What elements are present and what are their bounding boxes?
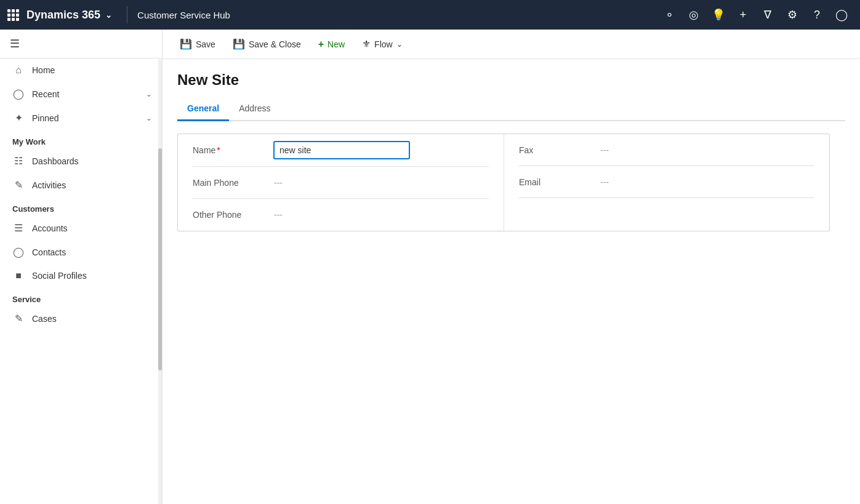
sidebar-item-dashboards[interactable]: ☷ Dashboards — [0, 149, 162, 173]
email-label: Email — [519, 177, 593, 187]
tab-general[interactable]: General — [177, 98, 229, 121]
sidebar-scrollbar[interactable] — [158, 59, 162, 504]
app-name: Dynamics 365 — [26, 9, 100, 22]
recent-chevron-icon: ⌄ — [146, 90, 152, 98]
new-button[interactable]: + New — [311, 35, 352, 54]
new-icon: + — [318, 39, 324, 50]
top-nav-bar: Dynamics 365 ⌄ Customer Service Hub ⚬ ◎ … — [0, 0, 860, 30]
name-label: Name* — [193, 145, 267, 155]
sidebar-scrollbar-thumb[interactable] — [158, 148, 162, 371]
main-content: 💾 Save 💾 Save & Close + New ⚜ Flow ⌄ New… — [163, 30, 860, 504]
sidebar-item-social-profiles[interactable]: ■ Social Profiles — [0, 264, 162, 287]
sidebar-item-recent[interactable]: ◯ Recent ⌄ — [0, 82, 162, 106]
contacts-icon: ◯ — [12, 246, 25, 258]
sidebar-item-pinned[interactable]: ✦ Pinned ⌄ — [0, 106, 162, 130]
flow-label: Flow — [374, 39, 393, 49]
sidebar-item-activities[interactable]: ✎ Activities — [0, 173, 162, 197]
new-label: New — [328, 39, 345, 49]
form-row-other-phone: Other Phone --- — [193, 199, 489, 231]
form-row-email: Email --- — [519, 166, 814, 198]
form-row-main-phone: Main Phone --- — [193, 167, 489, 199]
pinned-icon: ✦ — [12, 112, 25, 124]
home-icon: ⌂ — [12, 65, 25, 76]
sidebar-item-pinned-label: Pinned — [32, 113, 59, 123]
main-phone-label: Main Phone — [193, 178, 267, 188]
app-name-chevron[interactable]: ⌄ — [105, 10, 112, 20]
add-icon[interactable]: + — [732, 4, 754, 26]
sidebar-item-accounts-label: Accounts — [32, 223, 68, 233]
form-grid: Name* Main Phone --- Other Phone - — [178, 134, 829, 231]
form-card: Name* Main Phone --- Other Phone - — [177, 134, 830, 231]
tab-bar: General Address — [177, 98, 845, 121]
settings-icon[interactable]: ⚙ — [781, 4, 803, 26]
sidebar: ☰ ⌂ Home ◯ Recent ⌄ ✦ Pinned ⌄ My Work ☷ — [0, 30, 163, 504]
toolbar: 💾 Save 💾 Save & Close + New ⚜ Flow ⌄ — [163, 30, 860, 59]
search-icon[interactable]: ⚬ — [658, 4, 680, 26]
email-value: --- — [600, 177, 609, 187]
form-row-fax: Fax --- — [519, 134, 814, 166]
filter-icon[interactable]: ∇ — [757, 4, 779, 26]
activities-icon: ✎ — [12, 179, 25, 191]
hamburger-icon[interactable]: ☰ — [10, 37, 20, 50]
name-required-indicator: * — [217, 145, 220, 155]
other-phone-value: --- — [274, 210, 283, 220]
other-phone-label: Other Phone — [193, 210, 267, 220]
sidebar-item-home-label: Home — [32, 65, 55, 75]
sidebar-scroll: ⌂ Home ◯ Recent ⌄ ✦ Pinned ⌄ My Work ☷ D… — [0, 58, 162, 504]
page-title: New Site — [177, 71, 845, 89]
sidebar-item-home[interactable]: ⌂ Home — [0, 58, 162, 82]
flow-icon: ⚜ — [362, 38, 371, 50]
sidebar-item-cases[interactable]: ✎ Cases — [0, 306, 162, 330]
recent-icon: ◯ — [12, 88, 25, 100]
lightbulb-icon[interactable]: 💡 — [707, 4, 729, 26]
sidebar-item-recent-label: Recent — [32, 89, 59, 99]
save-button[interactable]: 💾 Save — [172, 34, 223, 54]
save-close-button[interactable]: 💾 Save & Close — [225, 34, 308, 54]
form-row-empty — [519, 198, 814, 230]
app-brand[interactable]: Dynamics 365 ⌄ — [26, 9, 112, 22]
sidebar-top: ☰ — [0, 30, 162, 58]
app-grid-icon[interactable] — [7, 9, 19, 21]
target-icon[interactable]: ◎ — [683, 4, 705, 26]
pinned-chevron-icon: ⌄ — [146, 114, 152, 122]
save-icon: 💾 — [180, 38, 192, 50]
sidebar-item-contacts-label: Contacts — [32, 247, 66, 257]
app-layout: ☰ ⌂ Home ◯ Recent ⌄ ✦ Pinned ⌄ My Work ☷ — [0, 30, 860, 504]
cases-icon: ✎ — [12, 313, 25, 324]
save-close-icon: 💾 — [233, 38, 245, 50]
section-header-my-work: My Work — [0, 130, 162, 149]
nav-divider — [127, 6, 127, 23]
sidebar-item-dashboards-label: Dashboards — [32, 156, 79, 166]
form-left-section: Name* Main Phone --- Other Phone - — [178, 134, 504, 231]
section-header-customers: Customers — [0, 197, 162, 216]
section-header-service: Service — [0, 287, 162, 306]
top-nav-icons: ⚬ ◎ 💡 + ∇ ⚙ ? ◯ — [658, 4, 853, 26]
save-label: Save — [196, 39, 215, 49]
page-content: New Site General Address Name* — [163, 59, 860, 504]
flow-button[interactable]: ⚜ Flow ⌄ — [355, 34, 410, 54]
save-close-label: Save & Close — [249, 39, 301, 49]
sidebar-item-accounts[interactable]: ☰ Accounts — [0, 216, 162, 240]
accounts-icon: ☰ — [12, 222, 25, 234]
sidebar-item-contacts[interactable]: ◯ Contacts — [0, 240, 162, 264]
sidebar-item-social-profiles-label: Social Profiles — [32, 271, 87, 281]
dashboards-icon: ☷ — [12, 155, 25, 167]
fax-value: --- — [600, 145, 609, 155]
page-context-title: Customer Service Hub — [137, 10, 230, 20]
main-phone-value: --- — [274, 178, 283, 188]
tab-address[interactable]: Address — [229, 98, 280, 121]
form-right-section: Fax --- Email --- — [504, 134, 829, 231]
social-profiles-icon: ■ — [12, 270, 25, 281]
user-icon[interactable]: ◯ — [830, 4, 853, 26]
flow-chevron-icon: ⌄ — [396, 40, 403, 49]
form-row-name: Name* — [193, 134, 489, 167]
name-input[interactable] — [274, 142, 409, 159]
sidebar-item-activities-label: Activities — [32, 180, 66, 190]
help-icon[interactable]: ? — [806, 4, 828, 26]
sidebar-item-cases-label: Cases — [32, 314, 57, 324]
fax-label: Fax — [519, 145, 593, 155]
